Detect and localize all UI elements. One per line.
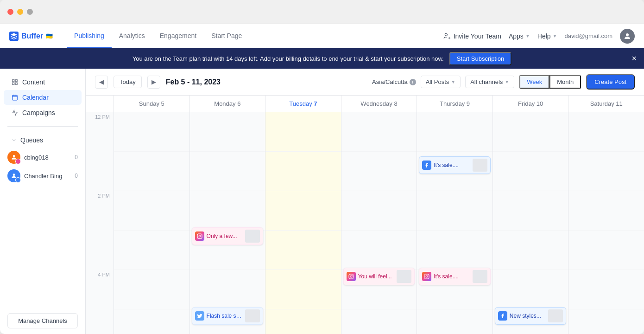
event-text-only-a-few: Only a few... [207,233,243,239]
traffic-lights [7,9,33,15]
chandler-avatar [7,169,20,182]
svg-rect-4 [15,80,17,82]
calendar-area: ◀ Today ▶ Feb 5 - 11, 2023 Asia/Calcutta… [86,69,644,334]
tab-start-page[interactable]: Start Page [204,24,249,48]
apps-chevron: ▼ [525,33,530,39]
event-its-sale-thursday-2[interactable]: It's sale.... [419,268,491,285]
event-text-its-sale-thursday-2: It's sale.... [434,273,470,280]
buffer-logo-text: Buffer [21,32,43,40]
all-posts-dropdown[interactable]: All Posts ▼ [421,76,461,88]
queues-section: Queues cbing018 0 [0,130,85,187]
header-tuesday: Tuesday 7 [265,96,341,112]
nav-tabs: Publishing Analytics Engagement Start Pa… [67,24,443,48]
avatar[interactable]: ▼ [620,29,635,44]
tab-engagement[interactable]: Engagement [152,24,204,48]
event-thumbnail-2 [245,309,260,322]
svg-point-17 [350,276,352,277]
date-range: Feb 5 - 11, 2023 [166,78,221,86]
svg-rect-16 [349,274,354,279]
event-new-styles[interactable]: New styles... [495,307,567,325]
banner-text: You are on the Team plan trial with 14 d… [133,55,444,62]
invite-team-button[interactable]: Invite Your Team [443,32,501,40]
header-wednesday: Wednesday 8 [341,96,417,112]
header-monday: Monday 6 [189,96,265,112]
event-thumbnail-4 [473,159,487,172]
time-label-12pm: 12 PM [86,112,114,152]
instagram-icon [195,231,204,241]
svg-point-11 [13,155,15,157]
svg-point-20 [426,276,428,277]
toolbar-right: Asia/Calcutta i All Posts ▼ All channels… [372,74,635,90]
time-label-2pm: 2 PM [86,191,114,231]
calendar-grid: Sunday 5 Monday 6 Tuesday 7 Wednesday 8 … [86,96,644,334]
col-saturday [568,112,644,334]
svg-rect-7 [13,95,18,100]
timezone-info-icon[interactable]: i [410,79,416,85]
manage-channels-button[interactable]: Manage Channels [7,313,78,328]
ukraine-flag: 🇺🇦 [46,33,53,39]
prev-week-button[interactable]: ◀ [95,76,108,89]
banner-close-button[interactable]: × [631,54,637,64]
app-window: Buffer 🇺🇦 Publishing Analytics Engagemen… [0,0,644,334]
tab-publishing[interactable]: Publishing [67,24,112,48]
month-view-button[interactable]: Month [549,75,581,89]
queue-item-cbing018[interactable]: cbing018 0 [0,148,85,167]
maximize-button[interactable] [27,9,33,15]
start-subscription-button[interactable]: Start Subscription [449,52,512,65]
all-channels-dropdown[interactable]: All channels ▼ [465,76,514,88]
cbing018-name: cbing018 [24,154,49,161]
event-text-flash-sale: Flash sale starts... [207,313,243,319]
today-button[interactable]: Today [114,76,142,88]
week-view-button[interactable]: Week [519,75,549,89]
tab-analytics[interactable]: Analytics [112,24,152,48]
queues-header[interactable]: Queues [4,133,82,148]
col-tuesday [265,112,341,334]
facebook-icon-2 [498,311,507,321]
event-its-sale-thursday[interactable]: It's sale.... [419,156,491,174]
event-you-will-feel[interactable]: You will feel... [343,268,415,285]
svg-point-21 [428,275,428,276]
cbing018-platform-badge [15,159,21,164]
buffer-icon [9,32,19,41]
sidebar-item-campaigns[interactable]: Campaigns [4,105,82,120]
time-label-3pm [86,231,114,270]
col-friday: New styles... [492,112,568,334]
minimize-button[interactable] [17,9,23,15]
calendar-label: Calendar [22,94,49,101]
invite-icon [443,32,451,40]
instagram-icon-2 [347,272,356,281]
col-sunday [114,112,189,334]
svg-point-2 [626,33,629,36]
queues-label: Queues [20,136,43,144]
cbing018-avatar [7,151,20,164]
apps-button[interactable]: Apps ▼ [509,32,530,40]
time-slots: 12 PM 2 PM 4 PM 6 PM 8 PM 10 PM [86,112,114,334]
col-monday: Only a few... Flash sale starts... [189,112,265,334]
sidebar: Content Calendar C [0,69,86,334]
all-posts-chevron: ▼ [451,79,455,84]
user-email: david@gmail.com [564,32,612,39]
create-post-button[interactable]: Create Post [586,74,635,90]
user-icon [623,32,631,40]
svg-point-12 [13,173,15,176]
help-button[interactable]: Help ▼ [537,32,557,40]
manage-channels: Manage Channels [0,308,85,334]
sidebar-item-calendar[interactable]: Calendar [4,90,82,105]
cbing018-count: 0 [75,154,78,161]
event-only-a-few[interactable]: Only a few... [192,227,264,245]
calendar-icon [11,94,19,101]
queue-item-chandler[interactable]: Chandler Bing 0 [0,167,85,185]
svg-rect-3 [13,80,14,82]
event-thumbnail-6 [548,309,563,322]
time-label-5pm [86,309,114,334]
chandler-platform-badge [15,177,21,183]
content-label: Content [22,78,45,86]
svg-rect-13 [197,234,202,238]
svg-point-15 [201,235,201,235]
sidebar-main-section: Content Calendar C [0,72,85,122]
event-flash-sale[interactable]: Flash sale starts... [192,307,264,325]
sidebar-item-content[interactable]: Content [4,75,82,90]
close-button[interactable] [7,9,13,15]
next-week-button[interactable]: ▶ [147,76,160,89]
calendar-body: 12 PM 2 PM 4 PM 6 PM 8 PM 10 PM [86,112,644,334]
